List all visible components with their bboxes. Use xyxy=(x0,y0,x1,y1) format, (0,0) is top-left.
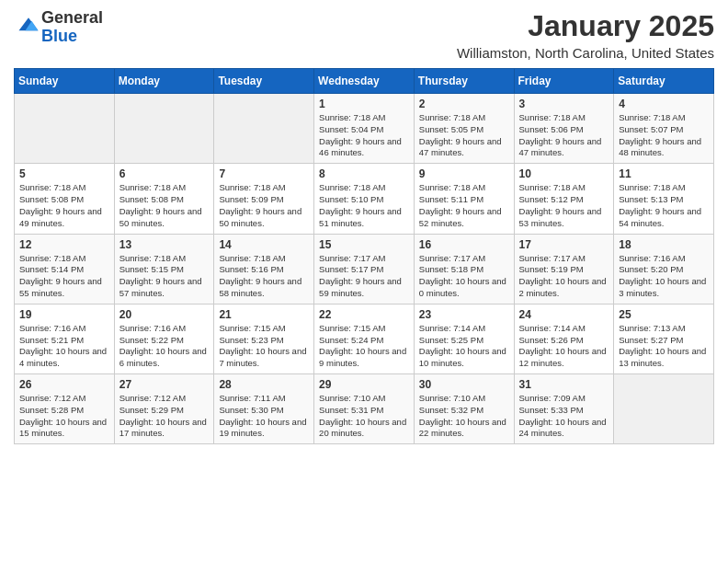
day-number: 16 xyxy=(419,238,509,251)
day-number: 29 xyxy=(319,378,409,391)
day-info: Sunrise: 7:18 AM Sunset: 5:14 PM Dayligh… xyxy=(19,253,109,300)
calendar-cell: 18Sunrise: 7:16 AM Sunset: 5:20 PM Dayli… xyxy=(614,234,714,304)
day-info: Sunrise: 7:09 AM Sunset: 5:33 PM Dayligh… xyxy=(519,393,609,440)
weekday-header-tuesday: Tuesday xyxy=(214,69,314,94)
day-number: 23 xyxy=(419,308,509,321)
day-info: Sunrise: 7:15 AM Sunset: 5:23 PM Dayligh… xyxy=(219,323,309,370)
day-number: 18 xyxy=(619,238,709,251)
day-number: 12 xyxy=(19,238,109,251)
calendar-cell xyxy=(15,94,115,164)
day-number: 14 xyxy=(219,238,309,251)
calendar-cell: 10Sunrise: 7:18 AM Sunset: 5:12 PM Dayli… xyxy=(514,164,614,234)
calendar-week-4: 19Sunrise: 7:16 AM Sunset: 5:21 PM Dayli… xyxy=(15,304,714,373)
calendar-body: 1Sunrise: 7:18 AM Sunset: 5:04 PM Daylig… xyxy=(15,94,714,444)
calendar-cell: 23Sunrise: 7:14 AM Sunset: 5:25 PM Dayli… xyxy=(414,304,514,373)
day-info: Sunrise: 7:15 AM Sunset: 5:24 PM Dayligh… xyxy=(319,323,409,370)
day-info: Sunrise: 7:12 AM Sunset: 5:28 PM Dayligh… xyxy=(19,393,109,440)
day-number: 1 xyxy=(319,98,409,110)
day-number: 9 xyxy=(419,167,509,180)
day-number: 5 xyxy=(19,167,109,180)
calendar-cell: 3Sunrise: 7:18 AM Sunset: 5:06 PM Daylig… xyxy=(514,94,614,164)
calendar-cell: 27Sunrise: 7:12 AM Sunset: 5:29 PM Dayli… xyxy=(114,374,214,444)
day-info: Sunrise: 7:10 AM Sunset: 5:32 PM Dayligh… xyxy=(419,393,509,440)
weekday-header-wednesday: Wednesday xyxy=(314,69,415,94)
day-info: Sunrise: 7:18 AM Sunset: 5:06 PM Dayligh… xyxy=(519,112,609,159)
calendar-cell: 4Sunrise: 7:18 AM Sunset: 5:07 PM Daylig… xyxy=(614,94,714,164)
calendar-cell: 13Sunrise: 7:18 AM Sunset: 5:15 PM Dayli… xyxy=(114,234,214,304)
calendar-cell: 1Sunrise: 7:18 AM Sunset: 5:04 PM Daylig… xyxy=(314,94,415,164)
calendar-cell: 15Sunrise: 7:17 AM Sunset: 5:17 PM Dayli… xyxy=(314,234,415,304)
day-number: 21 xyxy=(219,308,309,321)
logo: General Blue xyxy=(14,9,103,46)
calendar-cell: 26Sunrise: 7:12 AM Sunset: 5:28 PM Dayli… xyxy=(15,374,115,444)
day-number: 19 xyxy=(19,308,109,321)
day-info: Sunrise: 7:16 AM Sunset: 5:22 PM Dayligh… xyxy=(119,323,210,370)
calendar-cell: 31Sunrise: 7:09 AM Sunset: 5:33 PM Dayli… xyxy=(514,374,614,444)
day-number: 11 xyxy=(619,167,709,180)
calendar-cell: 5Sunrise: 7:18 AM Sunset: 5:08 PM Daylig… xyxy=(15,164,115,234)
calendar-cell: 11Sunrise: 7:18 AM Sunset: 5:13 PM Dayli… xyxy=(614,164,714,234)
calendar-cell: 22Sunrise: 7:15 AM Sunset: 5:24 PM Dayli… xyxy=(314,304,415,373)
calendar-cell: 24Sunrise: 7:14 AM Sunset: 5:26 PM Dayli… xyxy=(514,304,614,373)
day-number: 15 xyxy=(319,238,409,251)
day-info: Sunrise: 7:18 AM Sunset: 5:15 PM Dayligh… xyxy=(119,253,210,300)
calendar-cell: 8Sunrise: 7:18 AM Sunset: 5:10 PM Daylig… xyxy=(314,164,415,234)
calendar-cell: 12Sunrise: 7:18 AM Sunset: 5:14 PM Dayli… xyxy=(15,234,115,304)
day-info: Sunrise: 7:13 AM Sunset: 5:27 PM Dayligh… xyxy=(619,323,709,370)
day-number: 7 xyxy=(219,167,309,180)
day-number: 25 xyxy=(619,308,709,321)
title-block: January 2025 Williamston, North Carolina… xyxy=(457,9,714,61)
calendar-cell: 14Sunrise: 7:18 AM Sunset: 5:16 PM Dayli… xyxy=(214,234,314,304)
calendar-cell: 9Sunrise: 7:18 AM Sunset: 5:11 PM Daylig… xyxy=(414,164,514,234)
calendar-subtitle: Williamston, North Carolina, United Stat… xyxy=(457,45,714,61)
day-number: 2 xyxy=(419,98,509,110)
logo-blue: Blue xyxy=(41,27,77,45)
day-info: Sunrise: 7:17 AM Sunset: 5:19 PM Dayligh… xyxy=(519,253,609,300)
calendar-week-5: 26Sunrise: 7:12 AM Sunset: 5:28 PM Dayli… xyxy=(15,374,714,444)
day-info: Sunrise: 7:14 AM Sunset: 5:25 PM Dayligh… xyxy=(419,323,509,370)
calendar-cell: 19Sunrise: 7:16 AM Sunset: 5:21 PM Dayli… xyxy=(15,304,115,373)
calendar-cell: 29Sunrise: 7:10 AM Sunset: 5:31 PM Dayli… xyxy=(314,374,415,444)
day-info: Sunrise: 7:18 AM Sunset: 5:09 PM Dayligh… xyxy=(219,182,309,229)
weekday-header-thursday: Thursday xyxy=(414,69,514,94)
day-number: 4 xyxy=(619,98,709,110)
calendar-cell: 17Sunrise: 7:17 AM Sunset: 5:19 PM Dayli… xyxy=(514,234,614,304)
day-info: Sunrise: 7:18 AM Sunset: 5:13 PM Dayligh… xyxy=(619,182,709,229)
day-info: Sunrise: 7:18 AM Sunset: 5:10 PM Dayligh… xyxy=(319,182,409,229)
logo-icon xyxy=(16,13,41,39)
day-number: 3 xyxy=(519,98,609,110)
day-info: Sunrise: 7:18 AM Sunset: 5:07 PM Dayligh… xyxy=(619,112,709,159)
weekday-header: SundayMondayTuesdayWednesdayThursdayFrid… xyxy=(15,69,714,94)
calendar-cell: 6Sunrise: 7:18 AM Sunset: 5:08 PM Daylig… xyxy=(114,164,214,234)
day-number: 17 xyxy=(519,238,609,251)
day-info: Sunrise: 7:18 AM Sunset: 5:12 PM Dayligh… xyxy=(519,182,609,229)
day-number: 24 xyxy=(519,308,609,321)
day-number: 30 xyxy=(419,378,509,391)
calendar-page: General Blue January 2025 Williamston, N… xyxy=(0,0,728,458)
calendar-cell xyxy=(114,94,214,164)
day-info: Sunrise: 7:18 AM Sunset: 5:16 PM Dayligh… xyxy=(219,253,309,300)
logo-text: General Blue xyxy=(41,9,103,46)
day-info: Sunrise: 7:18 AM Sunset: 5:08 PM Dayligh… xyxy=(119,182,210,229)
calendar-cell: 30Sunrise: 7:10 AM Sunset: 5:32 PM Dayli… xyxy=(414,374,514,444)
calendar-week-3: 12Sunrise: 7:18 AM Sunset: 5:14 PM Dayli… xyxy=(15,234,714,304)
day-info: Sunrise: 7:12 AM Sunset: 5:29 PM Dayligh… xyxy=(119,393,210,440)
day-info: Sunrise: 7:18 AM Sunset: 5:05 PM Dayligh… xyxy=(419,112,509,159)
day-info: Sunrise: 7:18 AM Sunset: 5:11 PM Dayligh… xyxy=(419,182,509,229)
day-info: Sunrise: 7:17 AM Sunset: 5:17 PM Dayligh… xyxy=(319,253,409,300)
day-number: 13 xyxy=(119,238,210,251)
calendar-week-1: 1Sunrise: 7:18 AM Sunset: 5:04 PM Daylig… xyxy=(15,94,714,164)
calendar-cell xyxy=(614,374,714,444)
calendar-cell: 21Sunrise: 7:15 AM Sunset: 5:23 PM Dayli… xyxy=(214,304,314,373)
day-number: 6 xyxy=(119,167,210,180)
calendar-cell: 20Sunrise: 7:16 AM Sunset: 5:22 PM Dayli… xyxy=(114,304,214,373)
day-info: Sunrise: 7:14 AM Sunset: 5:26 PM Dayligh… xyxy=(519,323,609,370)
weekday-header-friday: Friday xyxy=(514,69,614,94)
calendar-cell: 25Sunrise: 7:13 AM Sunset: 5:27 PM Dayli… xyxy=(614,304,714,373)
weekday-header-monday: Monday xyxy=(114,69,214,94)
calendar-title: January 2025 xyxy=(457,9,714,43)
day-info: Sunrise: 7:11 AM Sunset: 5:30 PM Dayligh… xyxy=(219,393,309,440)
day-number: 8 xyxy=(319,167,409,180)
day-info: Sunrise: 7:17 AM Sunset: 5:18 PM Dayligh… xyxy=(419,253,509,300)
day-info: Sunrise: 7:16 AM Sunset: 5:21 PM Dayligh… xyxy=(19,323,109,370)
